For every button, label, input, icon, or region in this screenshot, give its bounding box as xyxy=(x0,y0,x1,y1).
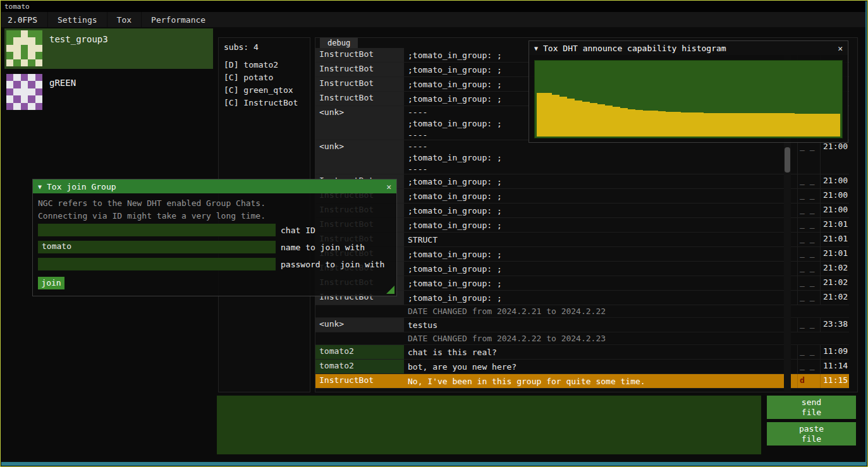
menu-item-performance[interactable]: Performance xyxy=(141,12,215,27)
histogram-bar xyxy=(742,113,749,136)
message-line: ;tomato_in_group: ; xyxy=(408,190,796,202)
menu-item-settings[interactable]: Settings xyxy=(47,12,107,27)
histogram-bar xyxy=(658,111,666,136)
avatar-pixel xyxy=(35,59,42,66)
member-item[interactable]: [C] green_qtox xyxy=(224,84,305,97)
histogram-bar xyxy=(635,110,643,136)
send-file-label-line2: file xyxy=(802,408,821,418)
histogram-bar xyxy=(567,99,575,136)
close-icon[interactable]: ✕ xyxy=(381,182,391,191)
avatar-pixel xyxy=(21,30,28,37)
message-text: ;tomato_in_group: ; xyxy=(408,291,797,305)
group-list: test_group3gREEN xyxy=(4,28,213,116)
histogram-window: ▼ Tox DHT announce capability histogram … xyxy=(529,40,848,143)
avatar-pixel xyxy=(35,30,42,37)
message-flags: _ _ xyxy=(797,247,820,261)
avatar-pixel xyxy=(6,52,13,59)
chat-id-input[interactable] xyxy=(38,224,276,236)
join-window-titlebar[interactable]: ▼ Tox join Group ✕ xyxy=(33,179,396,193)
histogram-bar xyxy=(620,108,628,136)
avatar-pixel xyxy=(35,88,42,95)
join-name-input[interactable]: tomato xyxy=(38,241,276,253)
avatar-pixel xyxy=(6,30,13,37)
avatar-pixel xyxy=(6,37,13,44)
join-button[interactable]: join xyxy=(38,277,64,289)
histogram-bar xyxy=(605,106,613,136)
message-text: ----;tomato_in_group: ;---- xyxy=(408,140,797,174)
histogram-bar xyxy=(552,95,559,136)
message-time: 21:02 xyxy=(820,291,849,305)
avatar-pixel xyxy=(28,81,35,88)
message-text: ;tomato_in_group: ; xyxy=(408,276,797,290)
avatar-pixel xyxy=(21,74,28,81)
message-line: STRUCT xyxy=(408,234,796,246)
member-item[interactable]: [C] potato xyxy=(224,71,305,84)
send-file-label-line1: send xyxy=(802,397,821,408)
chat-row[interactable]: <unk>testus_ _23:38 xyxy=(315,318,849,332)
group-name: test_group3 xyxy=(49,30,108,44)
histogram-bar xyxy=(681,112,688,136)
send-file-button[interactable]: send file xyxy=(767,396,856,419)
sender-name: tomato2 xyxy=(315,345,404,359)
join-password-input[interactable] xyxy=(38,258,276,270)
histogram-bar xyxy=(643,111,651,136)
avatar-pixel xyxy=(13,95,20,102)
close-icon[interactable]: ✕ xyxy=(833,44,843,53)
tab-debug[interactable]: debug xyxy=(320,38,358,48)
avatar-pixel xyxy=(13,30,20,37)
histogram-bar xyxy=(628,109,635,136)
avatar-pixel xyxy=(28,45,35,52)
message-text: ;tomato_in_group: ; xyxy=(408,247,797,261)
member-item[interactable]: [D] tomato2 xyxy=(224,59,305,71)
collapse-icon[interactable]: ▼ xyxy=(534,45,538,52)
avatar-pixel xyxy=(13,37,20,44)
message-input[interactable] xyxy=(217,396,761,454)
avatar-pixel xyxy=(35,45,42,52)
message-time: 21:00 xyxy=(820,203,849,217)
avatar-pixel xyxy=(21,88,28,95)
chat-row[interactable]: InstructBotNo, I've been in this group f… xyxy=(315,374,849,389)
message-flags: _ _ xyxy=(797,233,820,246)
message-flags: _ _ xyxy=(797,174,820,188)
avatar-pixel xyxy=(6,103,13,110)
paste-file-button[interactable]: paste file xyxy=(767,422,856,446)
message-time: 21:01 xyxy=(820,247,849,261)
avatar-pixel xyxy=(35,103,42,110)
chat-row[interactable]: tomato2chat is this real?_ _11:09 xyxy=(315,345,849,360)
group-item-test_group3[interactable]: test_group3 xyxy=(4,28,213,69)
group-avatar xyxy=(6,74,42,110)
avatar-pixel xyxy=(35,81,42,88)
avatar-pixel xyxy=(21,45,28,52)
avatar-pixel xyxy=(13,45,20,52)
fps-counter: 2.0FPS xyxy=(1,15,47,25)
message-line: ;tomato_in_group: ; xyxy=(408,263,796,275)
group-avatar xyxy=(6,30,42,66)
chat-row[interactable]: tomato2bot, are you new here?_ _11:14 xyxy=(315,360,849,374)
paste-file-label-line1: paste xyxy=(799,424,824,434)
join-description-line1: NGC refers to the New DHT enabled Group … xyxy=(38,197,391,210)
scrollbar-thumb[interactable] xyxy=(785,147,790,173)
message-text: No, I've been in this group for quite so… xyxy=(408,374,797,388)
group-item-gREEN[interactable]: gREEN xyxy=(4,72,213,112)
date-text: DATE CHANGED from 2024.2.21 to 2024.2.22 xyxy=(315,305,606,317)
join-window-title: Tox join Group xyxy=(47,182,381,191)
message-text: STRUCT xyxy=(408,233,797,246)
menu-item-tox[interactable]: Tox xyxy=(107,12,141,27)
collapse-icon[interactable]: ▼ xyxy=(38,183,42,190)
message-flags: _ _ xyxy=(797,276,820,290)
message-line: chat is this real? xyxy=(408,346,796,358)
histogram-window-titlebar[interactable]: ▼ Tox DHT announce capability histogram … xyxy=(529,41,848,55)
join-name-label: name to join with xyxy=(281,243,365,252)
join-fields: chat ID tomato name to join with passwor… xyxy=(38,224,391,270)
message-flags: _ _ xyxy=(797,203,820,217)
histogram-bar xyxy=(719,113,726,136)
member-item[interactable]: [C] InstructBot xyxy=(224,97,305,109)
histogram-bar xyxy=(544,93,552,136)
resize-grip[interactable] xyxy=(386,286,394,294)
chat-row[interactable]: <unk>----;tomato_in_group: ;----_ _21:00 xyxy=(315,140,849,174)
group-name: gREEN xyxy=(49,74,76,88)
histogram-bar xyxy=(734,113,742,136)
histogram-bar xyxy=(651,111,658,136)
avatar-pixel xyxy=(28,30,35,37)
message-line: testus xyxy=(408,319,796,331)
